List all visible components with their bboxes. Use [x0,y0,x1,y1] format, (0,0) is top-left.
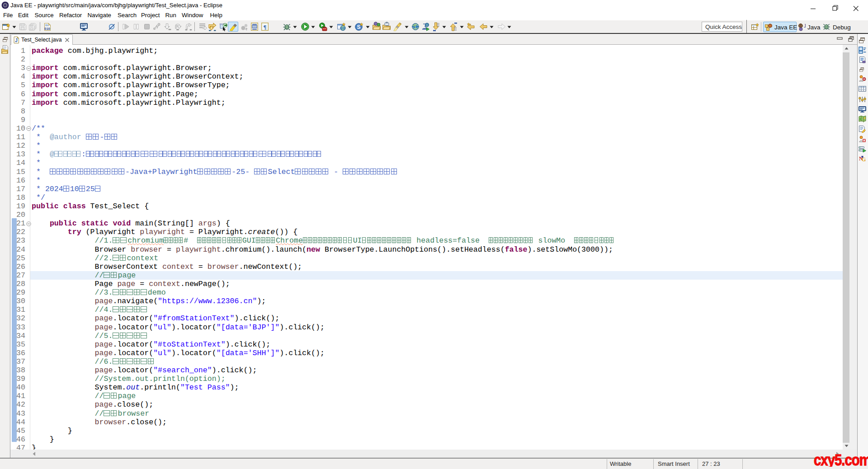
svg-text:¶: ¶ [263,23,266,30]
svg-text:010: 010 [44,27,50,31]
svg-text:J: J [15,38,18,43]
svg-text:S: S [357,24,360,30]
svg-text:J: J [804,23,806,29]
